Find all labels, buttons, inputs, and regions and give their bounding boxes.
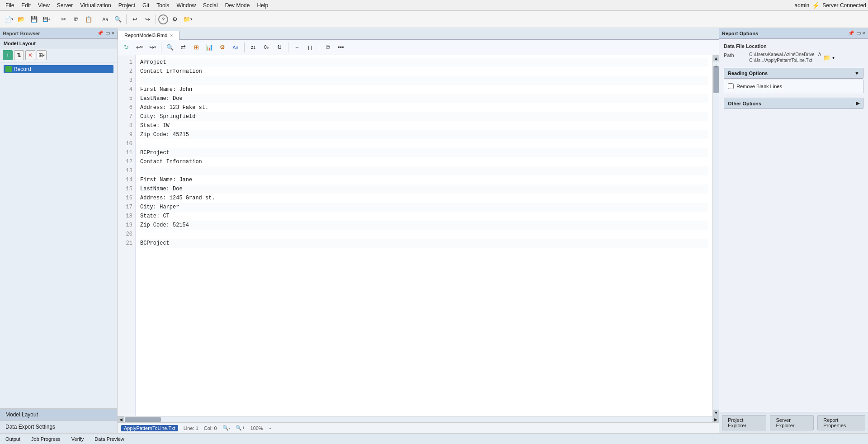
- code-line-20[interactable]: [140, 230, 708, 239]
- help-button[interactable]: ?: [158, 14, 168, 24]
- scroll-down-arrow[interactable]: ▼: [713, 410, 719, 416]
- right-panel-float-icon[interactable]: ▭: [856, 30, 861, 36]
- menu-tools[interactable]: Tools: [153, 1, 173, 9]
- menu-git[interactable]: Git: [139, 1, 153, 9]
- scroll-up-arrow[interactable]: ▲: [713, 55, 719, 61]
- ed-sort-btn[interactable]: ⇅: [274, 42, 285, 53]
- hscroll-thumb[interactable]: [125, 417, 161, 422]
- code-line-1[interactable]: AProject: [140, 58, 708, 67]
- code-line-15[interactable]: LastName: Doe: [140, 184, 708, 194]
- panel-float-icon[interactable]: ▭: [105, 30, 110, 36]
- data-preview-tab[interactable]: Data Preview: [93, 436, 126, 442]
- code-line-2[interactable]: Contact Information: [140, 67, 708, 76]
- paste-button[interactable]: 📋: [83, 14, 94, 25]
- editor-tab-active[interactable]: ReportModel3.Rmd ×: [118, 31, 179, 40]
- code-line-7[interactable]: City: Springfield: [140, 112, 708, 121]
- redo-button[interactable]: ↪: [142, 14, 153, 25]
- zoom-out-btn[interactable]: 🔍-: [222, 425, 231, 431]
- ed-refresh-btn[interactable]: ↻: [120, 42, 132, 53]
- panel-pin-icon[interactable]: 📌: [97, 30, 104, 36]
- ed-copy2-btn[interactable]: ⧉: [322, 42, 334, 53]
- menu-social[interactable]: Social: [199, 1, 222, 9]
- output-tab[interactable]: Output: [4, 436, 22, 442]
- report-properties-tab[interactable]: Report Properties: [817, 415, 865, 430]
- right-panel-close-icon[interactable]: ×: [863, 30, 865, 36]
- code-line-11[interactable]: BCProject: [140, 148, 708, 157]
- path-dropdown-btn[interactable]: ▾: [832, 55, 835, 60]
- ed-09-btn[interactable]: 0₉: [260, 42, 272, 53]
- ed-z1-btn[interactable]: z1: [247, 42, 259, 53]
- code-line-10[interactable]: [140, 139, 708, 148]
- format-button[interactable]: Aa: [99, 14, 111, 25]
- saveas-button[interactable]: 💾+: [41, 14, 52, 25]
- code-line-3[interactable]: [140, 76, 708, 85]
- menu-edit[interactable]: Edit: [18, 1, 34, 9]
- ed-format1-btn[interactable]: ⊞: [190, 42, 202, 53]
- code-content[interactable]: AProjectContact Information First Name: …: [136, 55, 712, 416]
- status-more[interactable]: ···: [269, 425, 273, 431]
- hscroll-right-arrow[interactable]: ▶: [712, 416, 719, 423]
- verify-tab[interactable]: Verify: [70, 436, 86, 442]
- extra-button[interactable]: 📁▾: [182, 14, 193, 25]
- panel-close-icon[interactable]: ×: [112, 30, 114, 36]
- open-button[interactable]: 📂: [15, 14, 27, 25]
- scroll-thumb[interactable]: [713, 66, 719, 93]
- right-panel-pin-icon[interactable]: 📌: [848, 30, 854, 36]
- other-options-header[interactable]: Other Options ▶: [724, 98, 863, 109]
- editor-horizontal-scrollbar[interactable]: ◀ ▶: [118, 416, 719, 422]
- code-line-9[interactable]: Zip Code: 45215: [140, 130, 708, 139]
- menu-project[interactable]: Project: [115, 1, 139, 9]
- menu-server[interactable]: Server: [53, 1, 76, 9]
- menu-help[interactable]: Help: [253, 1, 272, 9]
- editor-tab-close-btn[interactable]: ×: [170, 33, 173, 38]
- code-line-14[interactable]: First Name: Jane: [140, 175, 708, 184]
- code-line-18[interactable]: State: CT: [140, 212, 708, 221]
- tree-item-record[interactable]: Record: [4, 65, 113, 73]
- zoom-in-btn[interactable]: 🔍+: [236, 425, 245, 431]
- project-explorer-tab[interactable]: Project Explorer: [722, 415, 766, 430]
- panel-delete-btn[interactable]: ✕: [25, 50, 35, 60]
- hscroll-left-arrow[interactable]: ◀: [118, 416, 124, 423]
- panel-move-btn[interactable]: ⇅: [14, 50, 24, 60]
- ed-undo-btn[interactable]: ↩▾: [133, 42, 145, 53]
- find-button[interactable]: 🔍: [112, 14, 124, 25]
- ed-chart-btn[interactable]: 📊: [203, 42, 215, 53]
- menu-file[interactable]: File: [2, 1, 18, 9]
- job-progress-tab[interactable]: Job Progress: [29, 436, 62, 442]
- server-explorer-tab[interactable]: Server Explorer: [770, 415, 814, 430]
- add-line-btn[interactable]: +: [714, 62, 718, 70]
- ed-more-btn[interactable]: •••: [335, 42, 347, 53]
- ed-minus-btn[interactable]: −: [291, 42, 303, 53]
- new-button[interactable]: 📄▾: [3, 14, 14, 25]
- panel-new-btn[interactable]: +: [3, 50, 13, 60]
- reading-options-header[interactable]: Reading Options ▼: [724, 68, 863, 79]
- model-layout-nav[interactable]: Model Layout: [0, 409, 117, 421]
- code-line-5[interactable]: LastName: Doe: [140, 94, 708, 103]
- ed-bracket-btn[interactable]: [ ]: [304, 42, 316, 53]
- menu-virtualization[interactable]: Virtualization: [76, 1, 114, 9]
- code-line-17[interactable]: City: Harper: [140, 203, 708, 212]
- path-browse-btn[interactable]: 📁: [823, 54, 830, 61]
- settings-button[interactable]: ⚙: [169, 14, 181, 25]
- code-line-8[interactable]: State: IW: [140, 121, 708, 130]
- code-line-16[interactable]: Address: 1245 Grand st.: [140, 194, 708, 203]
- ed-find2-btn[interactable]: ⇄: [177, 42, 189, 53]
- undo-button[interactable]: ↩: [129, 14, 141, 25]
- cut-button[interactable]: ✂: [57, 14, 69, 25]
- remove-blank-lines-checkbox[interactable]: [728, 83, 734, 89]
- code-line-4[interactable]: First Name: John: [140, 85, 708, 94]
- code-line-21[interactable]: BCProject: [140, 239, 708, 248]
- save-button[interactable]: 💾: [28, 14, 40, 25]
- ed-font-btn[interactable]: Aa: [230, 42, 241, 53]
- code-line-19[interactable]: Zip Code: 52154: [140, 221, 708, 230]
- data-export-settings-nav[interactable]: Data Export Settings: [0, 421, 117, 433]
- menu-view[interactable]: View: [34, 1, 53, 9]
- editor-vertical-scrollbar[interactable]: ▲ + ▼: [712, 55, 719, 416]
- ed-find-btn[interactable]: 🔍: [164, 42, 176, 53]
- copy-button[interactable]: ⧉: [70, 14, 82, 25]
- menu-window[interactable]: Window: [173, 1, 199, 9]
- panel-more-btn[interactable]: ⊞▾: [37, 50, 47, 60]
- ed-settings2-btn[interactable]: ⚙: [217, 42, 228, 53]
- code-line-12[interactable]: Contact Information: [140, 157, 708, 166]
- ed-redo-btn[interactable]: ↪▾: [146, 42, 158, 53]
